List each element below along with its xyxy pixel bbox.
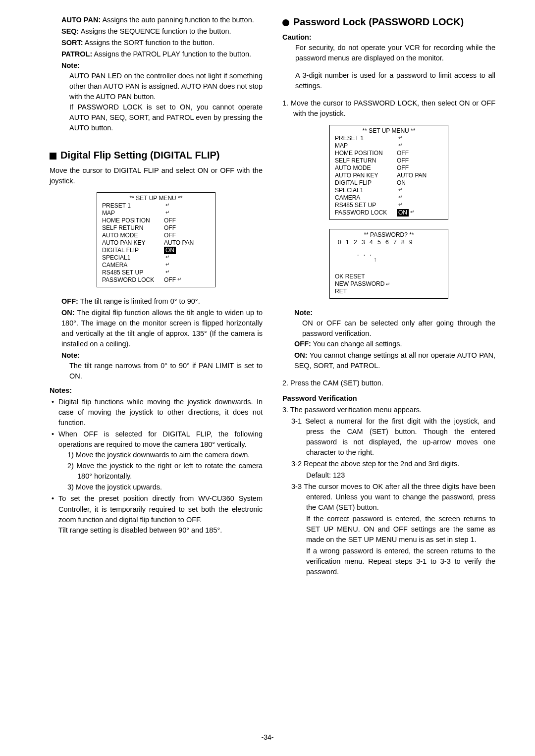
on-def: ON: The digital flip function allows the… bbox=[50, 308, 263, 349]
list-item: 3) Move the joystick upwards. bbox=[67, 482, 263, 492]
menu-row: PRESET 1 ↵ bbox=[102, 202, 210, 210]
step-3-3-body-b: If a wrong password is entered, the scre… bbox=[282, 546, 495, 577]
def-label: SORT: bbox=[61, 39, 83, 47]
arrow-icon: ↵ bbox=[165, 254, 169, 262]
menu-row: AUTO MODEOFF bbox=[335, 164, 443, 172]
step-3-2: 3-2 Repeat the above step for the 2nd an… bbox=[282, 459, 495, 469]
def-text: The tilt range is limited from 0° to 90°… bbox=[78, 297, 200, 305]
def-text: Assigns the SORT function to the button. bbox=[83, 39, 214, 47]
password-verification-heading: Password Verification bbox=[282, 393, 495, 404]
step-3-3: 3-3 The cursor moves to OK after all the… bbox=[282, 482, 495, 513]
def-label: ON: bbox=[61, 309, 75, 317]
def-label: SEQ: bbox=[61, 27, 79, 35]
section-heading-password-lock: Password Lock (PASSWORD LOCK) bbox=[282, 15, 495, 29]
notes-list: Digital flip functions while moving the … bbox=[50, 397, 263, 535]
def-text: Assigns the PATROL PLAY function to the … bbox=[92, 50, 251, 58]
notes-heading: Notes: bbox=[50, 385, 263, 396]
right-column: Password Lock (PASSWORD LOCK) Caution: F… bbox=[282, 15, 495, 578]
off-def: OFF: The tilt range is limited from 0° t… bbox=[50, 296, 263, 307]
note-heading: Note: bbox=[50, 350, 263, 361]
left-column: AUTO PAN: Assigns the auto panning funct… bbox=[50, 15, 263, 578]
menu-row: SPECIAL1 ↵ bbox=[102, 254, 210, 262]
arrow-icon: ↵ bbox=[165, 210, 169, 217]
caution-body-1: For security, do not operate your VCR fo… bbox=[282, 43, 495, 63]
menu-row: AUTO PAN KEYAUTO PAN bbox=[102, 239, 210, 247]
menu-row: MAP ↵ bbox=[335, 142, 443, 150]
password-new: NEW PASSWORD↵ bbox=[335, 280, 443, 288]
caution-body-2: A 3-digit number is used for a password … bbox=[282, 70, 495, 91]
menu-row: CAMERA↵ bbox=[335, 194, 443, 202]
step-3-2-default: Default: 123 bbox=[282, 470, 495, 481]
menu-row: HOME POSITIONOFF bbox=[335, 150, 443, 157]
def-sort: SORT: Assigns the SORT function to the b… bbox=[50, 38, 263, 48]
def-text: You can change all settings. bbox=[311, 340, 402, 348]
def-text: You cannot change settings at all nor op… bbox=[294, 351, 495, 370]
arrow-icon: ↵ bbox=[398, 194, 402, 202]
menu-row: RS485 SET UP ↵ bbox=[102, 269, 210, 276]
menu-row: PASSWORD LOCKOFF↵ bbox=[102, 276, 210, 284]
list-item: Digital flip functions while moving the … bbox=[50, 397, 263, 428]
step-1: 1. Move the cursor to PASSWORD LOCK, the… bbox=[282, 98, 495, 119]
step-2: 2. Press the CAM (SET) button. bbox=[282, 378, 495, 388]
def-text: The digital flip function allows the til… bbox=[61, 309, 263, 348]
menu-row: AUTO PAN KEYAUTO PAN bbox=[335, 172, 443, 179]
def-text: Assigns the auto panning function to the… bbox=[101, 16, 254, 24]
def-text: Assigns the SEQUENCE function to the but… bbox=[79, 27, 231, 35]
def-label: AUTO PAN: bbox=[61, 16, 101, 24]
menu-title: ** SET UP MENU ** bbox=[335, 127, 443, 135]
def-label: OFF: bbox=[61, 297, 78, 305]
circle-bullet-icon bbox=[282, 19, 289, 26]
menu-row: PRESET 1 ↵ bbox=[335, 135, 443, 142]
arrow-icon: ↵ bbox=[386, 281, 390, 287]
password-entry-dots: . . . bbox=[357, 250, 373, 258]
def-seq: SEQ: Assigns the SEQUENCE function to th… bbox=[50, 26, 263, 37]
section-heading-digital-flip: Digital Flip Setting (DIGITAL FLIP) bbox=[50, 148, 263, 162]
step-3-3-body-a: If the correct password is entered, the … bbox=[282, 514, 495, 545]
caution-heading: Caution: bbox=[282, 32, 495, 43]
setup-menu-display-left: ** SET UP MENU ** PRESET 1 ↵ MAP ↵ HOME … bbox=[97, 192, 215, 287]
menu-row: SPECIAL1 ↵ bbox=[335, 187, 443, 194]
arrow-icon: ↵ bbox=[398, 202, 402, 209]
list-item: To set the preset position directly from… bbox=[50, 493, 263, 535]
password-digits: 0 1 2 3 4 5 6 7 8 9 bbox=[335, 239, 443, 246]
digital-flip-intro: Move the cursor to DIGITAL FLIP and sele… bbox=[50, 165, 263, 186]
note-heading: Note: bbox=[50, 60, 263, 71]
list-item: When OFF is selected for DIGITAL FLIP, t… bbox=[50, 429, 263, 492]
arrow-icon: ↵ bbox=[410, 209, 414, 216]
note-body-1: AUTO PAN LED on the controller does not … bbox=[50, 71, 263, 102]
setup-menu-display-right: ** SET UP MENU ** PRESET 1 ↵ MAP ↵ HOME … bbox=[329, 125, 448, 220]
menu-row: HOME POSITIONOFF bbox=[102, 217, 210, 224]
on-def: ON: You cannot change settings at all no… bbox=[282, 350, 495, 371]
menu-row: SELF RETURNOFF bbox=[102, 224, 210, 232]
def-label: ON: bbox=[294, 351, 308, 359]
note-body-2: If PASSWORD LOCK is set to ON, you canno… bbox=[50, 102, 263, 133]
off-def: OFF: You can change all settings. bbox=[282, 339, 495, 349]
arrow-icon: ↵ bbox=[398, 142, 402, 150]
list-item: 1) Move the joystick downwards to aim th… bbox=[67, 450, 263, 460]
heading-text: Password Lock (PASSWORD LOCK) bbox=[293, 15, 464, 29]
menu-row: CAMERA↵ bbox=[102, 262, 210, 269]
def-patrol: PATROL: Assigns the PATROL PLAY function… bbox=[50, 49, 263, 59]
note-heading: Note: bbox=[282, 308, 495, 318]
menu-row: DIGITAL FLIPON bbox=[102, 247, 210, 254]
menu-title: ** SET UP MENU ** bbox=[102, 195, 210, 202]
step-3-1: 3-1 Select a numeral for the first digit… bbox=[282, 416, 495, 458]
def-auto-pan: AUTO PAN: Assigns the auto panning funct… bbox=[50, 15, 263, 25]
arrow-icon: ↵ bbox=[165, 202, 169, 210]
sub-steps: 1) Move the joystick downwards to aim th… bbox=[58, 450, 263, 492]
arrow-icon: ↵ bbox=[165, 269, 169, 276]
arrow-icon: ↵ bbox=[165, 262, 169, 269]
menu-row: DIGITAL FLIPON bbox=[335, 179, 443, 187]
heading-text: Digital Flip Setting (DIGITAL FLIP) bbox=[60, 148, 219, 162]
arrow-icon: ↵ bbox=[398, 187, 402, 194]
step-3: 3. The password verification menu appear… bbox=[282, 405, 495, 415]
note-body-3: The tilt range narrows from 0° to 90° if… bbox=[50, 361, 263, 381]
password-title: ** PASSWORD? ** bbox=[335, 231, 443, 239]
arrow-icon: ↵ bbox=[177, 276, 181, 284]
def-label: OFF: bbox=[294, 340, 311, 348]
menu-row: PASSWORD LOCKON↵ bbox=[335, 209, 443, 216]
menu-row: SELF RETURNOFF bbox=[335, 157, 443, 164]
up-arrow-icon: ↑ bbox=[374, 256, 376, 264]
page-number: -34- bbox=[0, 732, 535, 742]
password-menu-display: ** PASSWORD? ** 0 1 2 3 4 5 6 7 8 9 . . … bbox=[329, 229, 448, 299]
